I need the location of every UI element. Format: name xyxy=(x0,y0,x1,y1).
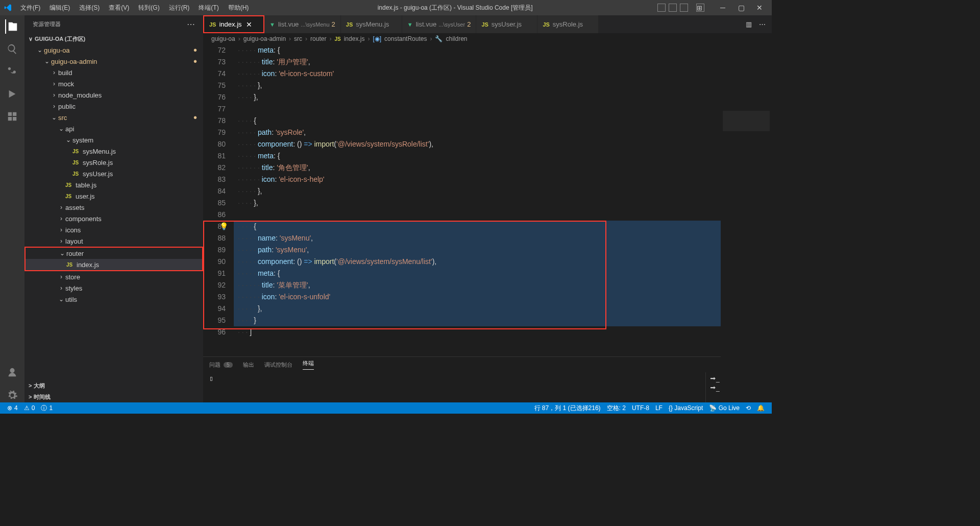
tree-item[interactable]: ›node_modules xyxy=(24,89,203,101)
account-icon[interactable] xyxy=(5,366,19,380)
tree-item[interactable]: ⌄guigu-oa• xyxy=(24,44,203,56)
editor-tab[interactable]: JSsysUser.js xyxy=(476,15,537,33)
more-icon[interactable]: ⋯ xyxy=(759,20,766,28)
tree-item[interactable]: ⌄src• xyxy=(24,112,203,123)
panel-tab[interactable]: 输出 xyxy=(243,361,254,369)
outline-section[interactable]: >大纲 xyxy=(24,380,203,391)
close-button[interactable]: ✕ xyxy=(751,4,768,12)
tree-item[interactable]: ›layout xyxy=(24,235,203,247)
tree-item[interactable]: ›public xyxy=(24,101,203,112)
sidebar-title: 资源管理器 xyxy=(33,20,61,28)
status-item[interactable]: 行 87，列 1 (已选择216) xyxy=(531,404,604,413)
panel-tab[interactable]: 终端 xyxy=(303,360,314,370)
split-editor-icon[interactable]: ▥ xyxy=(746,20,752,28)
panel-right-icon[interactable] xyxy=(680,4,688,12)
source-control-icon[interactable] xyxy=(5,64,19,79)
tree-item[interactable]: ›build xyxy=(24,67,203,78)
tree-item[interactable]: ⌄utils xyxy=(24,294,203,305)
vscode-icon xyxy=(4,4,12,12)
tree-item[interactable]: ›store xyxy=(24,271,203,282)
close-tab-icon[interactable]: ✕ xyxy=(246,20,252,29)
menu-item[interactable]: 查看(V) xyxy=(105,2,133,14)
tree-item[interactable]: ⌄guigu-oa-admin• xyxy=(24,56,203,67)
panel-tab[interactable]: 问题5 xyxy=(209,361,233,369)
tree-item[interactable]: ›styles xyxy=(24,282,203,294)
editor-area: JSindex.js✕▼list.vue...\sysMenu2JSsysMen… xyxy=(203,15,772,402)
title-bar: 文件(F)编辑(E)选择(S)查看(V)转到(G)运行(R)终端(T)帮助(H)… xyxy=(0,0,772,15)
terminal[interactable]: ▯ xyxy=(203,372,705,402)
search-icon[interactable] xyxy=(5,42,19,56)
run-debug-icon[interactable] xyxy=(5,87,19,101)
menu-item[interactable]: 转到(G) xyxy=(134,2,163,14)
tree-item[interactable]: ⌄system xyxy=(24,134,203,146)
menu-item[interactable]: 运行(R) xyxy=(165,2,194,14)
layout-icon[interactable]: ⊞ xyxy=(696,4,704,12)
tree-item[interactable]: ⌄api xyxy=(24,123,203,134)
menu-item[interactable]: 编辑(E) xyxy=(45,2,74,14)
window-controls: ─ ▢ ✕ xyxy=(715,4,768,12)
tree-item[interactable]: ›components xyxy=(24,213,203,224)
editor-tab[interactable]: JSsysRole.js xyxy=(537,15,599,33)
editor-tab[interactable]: JSsysMenu.js xyxy=(341,15,402,33)
window-title: index.js - guigu-oa (工作区) - Visual Studi… xyxy=(253,4,657,12)
code-content[interactable]: · · · · · meta: {· · · · · · title: '用户管… xyxy=(234,44,772,356)
terminal-icon: ⮕_ xyxy=(710,385,720,392)
menu-item[interactable]: 选择(S) xyxy=(75,2,104,14)
tree-item[interactable]: JStable.js xyxy=(24,179,203,190)
status-item[interactable]: {} JavaScript xyxy=(666,404,706,413)
workspace-header[interactable]: ∨GUIGU-OA (工作区) xyxy=(24,33,203,44)
layout-controls[interactable]: ⊞ xyxy=(657,4,704,12)
activity-bar xyxy=(0,15,24,402)
tree-item[interactable]: JSsysMenu.js xyxy=(24,146,203,157)
breadcrumb[interactable]: guigu-oa›guigu-oa-admin›src›router›JSind… xyxy=(203,33,772,44)
status-item[interactable]: 🔔 xyxy=(754,404,768,413)
sidebar-more-icon[interactable]: ⋯ xyxy=(187,19,195,29)
extensions-icon[interactable] xyxy=(5,109,19,124)
tree-item[interactable]: JSindex.js xyxy=(26,259,202,270)
tree-item[interactable]: JSsysUser.js xyxy=(24,168,203,179)
maximize-button[interactable]: ▢ xyxy=(733,4,749,12)
status-item[interactable]: ⓘ1 xyxy=(38,404,56,413)
minimap[interactable] xyxy=(721,44,772,402)
status-item[interactable]: ⊗4 xyxy=(4,404,21,413)
code-editor[interactable]: 7273747576777879808182838485868788899091… xyxy=(203,44,772,356)
status-item[interactable]: ⚠0 xyxy=(21,404,38,413)
tree-item[interactable]: ›assets xyxy=(24,202,203,213)
menu-item[interactable]: 文件(F) xyxy=(16,2,44,14)
tree-item[interactable]: ›mock xyxy=(24,78,203,89)
sidebar: 资源管理器 ⋯ ∨GUIGU-OA (工作区) ⌄guigu-oa•⌄guigu… xyxy=(24,15,203,402)
file-tree: ⌄guigu-oa•⌄guigu-oa-admin•›build›mock›no… xyxy=(24,44,203,380)
menu-item[interactable]: 帮助(H) xyxy=(224,2,253,14)
settings-icon[interactable] xyxy=(5,388,19,402)
status-item[interactable]: UTF-8 xyxy=(629,404,652,413)
status-item[interactable]: ⟲ xyxy=(743,404,754,413)
editor-tab[interactable]: ▼list.vue...\sysUser2 xyxy=(402,15,477,33)
panel-bottom-icon[interactable] xyxy=(669,4,677,12)
panel-tabs: 问题5输出调试控制台终端＋⌄⌃✕ xyxy=(203,357,772,372)
status-item[interactable]: 📡 Go Live xyxy=(706,404,743,413)
editor-tab[interactable]: JSindex.js✕ xyxy=(203,15,264,33)
status-item[interactable]: 空格: 2 xyxy=(604,404,629,413)
sidebar-header: 资源管理器 ⋯ xyxy=(24,15,203,33)
bottom-panel: 问题5输出调试控制台终端＋⌄⌃✕ ▯ ⮕_powershell⮕_powersh… xyxy=(203,356,772,402)
status-bar: ⊗4⚠0ⓘ1 行 87，列 1 (已选择216)空格: 2UTF-8LF{} J… xyxy=(0,402,772,414)
editor-tab[interactable]: ▼list.vue...\sysMenu2 xyxy=(264,15,341,33)
terminal-icon: ⮕_ xyxy=(710,375,720,382)
tree-item[interactable]: JSsysRole.js xyxy=(24,157,203,168)
panel-tab[interactable]: 调试控制台 xyxy=(264,361,292,369)
minimize-button[interactable]: ─ xyxy=(715,4,731,12)
menu-bar: 文件(F)编辑(E)选择(S)查看(V)转到(G)运行(R)终端(T)帮助(H) xyxy=(16,2,253,14)
lightbulb-icon[interactable]: 💡 xyxy=(219,221,228,232)
line-gutter: 7273747576777879808182838485868788899091… xyxy=(203,44,234,356)
tree-item[interactable]: JSuser.js xyxy=(24,190,203,202)
status-item[interactable]: LF xyxy=(652,404,666,413)
editor-tabs: JSindex.js✕▼list.vue...\sysMenu2JSsysMen… xyxy=(203,15,772,33)
panel-left-icon[interactable] xyxy=(657,4,666,12)
tree-item[interactable]: ›icons xyxy=(24,224,203,235)
tree-item[interactable]: ⌄router xyxy=(26,248,202,259)
explorer-icon[interactable] xyxy=(5,19,19,34)
menu-item[interactable]: 终端(T) xyxy=(194,2,223,14)
timeline-section[interactable]: >时间线 xyxy=(24,391,203,402)
